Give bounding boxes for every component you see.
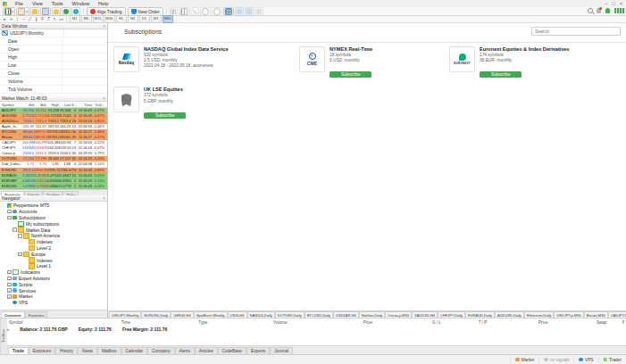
- tab[interactable]: Journal: [270, 347, 293, 354]
- market-watch-icon[interactable]: [30, 7, 39, 16]
- timeframe-button[interactable]: M30: [104, 15, 115, 23]
- navigator-item[interactable]: + Services: [0, 287, 107, 294]
- timeframe-button[interactable]: M1: [70, 15, 80, 23]
- chart-tab[interactable]: USDZAR,H4: [333, 311, 359, 318]
- community-icon[interactable]: [62, 7, 71, 16]
- chart-tab[interactable]: USDJPY.p,M30: [554, 311, 584, 318]
- toolbox-column-header[interactable]: Volume: [238, 320, 321, 325]
- timeframe-button[interactable]: MN1: [163, 15, 173, 23]
- navigator-item[interactable]: VPS: [0, 300, 107, 306]
- tab[interactable]: Calendar: [121, 347, 147, 354]
- timeframe-button[interactable]: W1: [151, 15, 162, 23]
- toolbox-column-header[interactable]: T / P: [460, 320, 505, 325]
- menu-item[interactable]: Help: [94, 1, 113, 6]
- toolbox-column-header[interactable]: Type: [168, 320, 238, 325]
- chart-tab[interactable]: EURAUD,Daily: [465, 311, 495, 318]
- drawing-tool-icon[interactable]: ∥: [34, 16, 39, 22]
- chart-tab[interactable]: DOTUSD,Daily: [275, 311, 305, 318]
- expand-toggle-icon[interactable]: +: [7, 294, 12, 299]
- expand-toggle-icon[interactable]: +: [7, 270, 12, 275]
- close-button[interactable]: ×: [620, 1, 622, 6]
- column-header[interactable]: High: [47, 103, 60, 107]
- timeframe-button[interactable]: H4: [128, 15, 138, 23]
- navigator-item[interactable]: − North America: [0, 233, 107, 239]
- expand-toggle-icon[interactable]: −: [18, 234, 22, 238]
- dropdown-arrow-icon[interactable]: ▾: [26, 10, 28, 13]
- navigator-item[interactable]: Level 2: [0, 245, 107, 252]
- toolbox-column-header[interactable]: Time: [84, 320, 167, 325]
- drawing-tool-icon[interactable]: ╱: [28, 16, 33, 22]
- expand-toggle-icon[interactable]: −: [18, 252, 22, 257]
- minimize-button[interactable]: –: [605, 1, 607, 6]
- chart-tab[interactable]: Bitcoin,M30: [584, 311, 608, 318]
- expand-toggle-icon[interactable]: −: [13, 228, 17, 232]
- chart-tab[interactable]: Ethereum,Daily: [524, 311, 554, 318]
- subscribe-button[interactable]: Subscribe: [480, 71, 522, 78]
- tab[interactable]: Common: [1, 311, 25, 318]
- menu-item[interactable]: Tools: [47, 1, 68, 6]
- drawing-tool-icon[interactable]: │: [15, 16, 21, 22]
- tab[interactable]: News: [78, 347, 97, 354]
- expand-toggle-icon[interactable]: +: [7, 277, 12, 281]
- toolbox-column-header[interactable]: Price: [505, 320, 580, 325]
- tab[interactable]: Mailbox: [97, 347, 121, 354]
- timeframe-button[interactable]: H1: [116, 15, 127, 23]
- maximize-button[interactable]: □: [612, 1, 614, 6]
- drawing-tool-icon[interactable]: ─: [21, 16, 27, 22]
- chart-tab[interactable]: AUDUSD,Daily: [495, 311, 524, 318]
- navigator-item[interactable]: Indexes: [0, 239, 107, 245]
- status-item[interactable]: no signals: [538, 357, 573, 363]
- toolbox-column-header[interactable]: Swap: [580, 320, 622, 325]
- subscribe-button[interactable]: Subscribe: [144, 112, 186, 119]
- expand-toggle-icon[interactable]: +: [7, 288, 12, 293]
- chart-tab[interactable]: SpotBrent,Weekly: [194, 311, 228, 318]
- expand-toggle-icon[interactable]: −: [7, 216, 12, 220]
- column-header[interactable]: Time: [77, 103, 93, 107]
- bar-chart-icon[interactable]: [169, 7, 178, 16]
- chart-tab[interactable]: BTCUSD,Daily: [305, 311, 333, 318]
- timeframe-button[interactable]: D1: [139, 15, 150, 23]
- docking-icon[interactable]: [255, 7, 263, 16]
- drawing-tool-icon[interactable]: ▱▾: [59, 16, 64, 22]
- tab[interactable]: Alerts: [175, 347, 195, 354]
- profiles-icon[interactable]: ▾: [16, 7, 29, 16]
- tab[interactable]: History: [55, 347, 78, 354]
- tab[interactable]: CodeBase: [218, 347, 246, 354]
- navigator-item[interactable]: My subscriptions: [0, 220, 107, 227]
- dropdown-arrow-icon[interactable]: ▾: [13, 10, 14, 13]
- new-chart-icon[interactable]: ▾: [3, 7, 16, 16]
- chart-tab[interactable]: CADJPY,Daily: [608, 311, 626, 318]
- zoom-in-icon[interactable]: [200, 7, 211, 16]
- chart-tab[interactable]: NAS100,Daily: [247, 311, 275, 318]
- tab[interactable]: Exposure: [29, 347, 55, 354]
- navigator-item[interactable]: Pepperstone MT5: [0, 203, 107, 209]
- expand-toggle-icon[interactable]: +: [7, 210, 12, 214]
- column-header[interactable]: Low: [60, 103, 71, 107]
- chart-tab[interactable]: USDJPY,Monthly: [109, 311, 141, 318]
- tab[interactable]: Trade: [8, 347, 29, 354]
- menu-item[interactable]: Window: [68, 1, 95, 6]
- column-header[interactable]: Ask: [35, 103, 47, 107]
- expand-toggle-icon[interactable]: +: [7, 283, 12, 287]
- chart-tab[interactable]: GER40,H4: [171, 311, 193, 318]
- indicators-icon[interactable]: [223, 7, 234, 16]
- candle-chart-icon[interactable]: [179, 7, 189, 16]
- auto-scroll-icon[interactable]: [235, 7, 244, 16]
- drawing-tool-icon[interactable]: ↖: [53, 16, 58, 22]
- drawing-tool-icon[interactable]: +: [9, 16, 14, 22]
- navigator-item[interactable]: − Subscriptions: [0, 215, 107, 221]
- alerts-icon[interactable]: [52, 7, 61, 16]
- search-input[interactable]: [531, 27, 621, 36]
- close-icon[interactable]: ×: [103, 196, 105, 201]
- status-item[interactable]: VPS: [573, 357, 597, 363]
- zoom-out-icon[interactable]: [212, 7, 222, 16]
- drawing-tool-icon[interactable]: ▸: [3, 16, 8, 22]
- close-icon[interactable]: ×: [103, 96, 105, 101]
- user-icon[interactable]: [605, 8, 612, 14]
- chart-tab[interactable]: Cocoa.p,M30: [385, 311, 412, 318]
- navigator-item[interactable]: + Scripts: [0, 281, 107, 287]
- subscribe-button[interactable]: Subscribe: [330, 71, 371, 78]
- tab[interactable]: Company: [147, 347, 175, 354]
- chart-tab[interactable]: EURUSD,Daily: [141, 311, 171, 318]
- data-window-icon[interactable]: [40, 7, 51, 16]
